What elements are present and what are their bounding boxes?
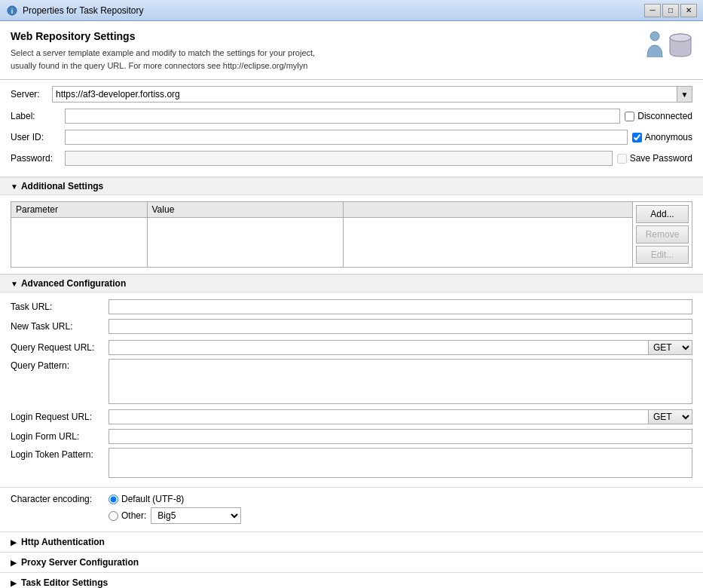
- query-request-combo: GET POST: [109, 340, 692, 355]
- params-table: Parameter Value: [11, 202, 633, 267]
- userid-label: User ID:: [11, 132, 65, 142]
- login-form-url-label: Login Form URL:: [11, 431, 109, 442]
- remove-button[interactable]: Remove: [636, 225, 689, 243]
- col-extra-header: [343, 202, 633, 218]
- password-input[interactable]: [65, 151, 613, 166]
- disconnected-checkbox-label[interactable]: Disconnected: [625, 111, 692, 121]
- server-label: Server:: [11, 89, 52, 100]
- edit-button[interactable]: Edit...: [636, 246, 689, 264]
- http-auth-section: ▶ Http Authentication: [0, 532, 703, 553]
- query-pattern-label: Query Pattern:: [11, 359, 109, 371]
- label-field-label: Label:: [11, 111, 65, 121]
- query-request-method-select[interactable]: GET POST: [648, 340, 692, 355]
- password-row: Password: Save Password: [11, 149, 692, 167]
- login-token-pattern-row: Login Token Pattern:: [11, 448, 692, 478]
- server-dropdown-arrow[interactable]: ▼: [677, 87, 692, 102]
- encoding-section: Character encoding: Default (UTF-8) Othe…: [0, 488, 703, 532]
- header-text: Web Repository Settings Select a server …: [11, 30, 315, 72]
- login-request-combo: GET POST: [109, 409, 692, 424]
- query-pattern-row: Query Pattern:: [11, 359, 692, 404]
- proxy-server-arrow: ▶: [11, 559, 17, 567]
- new-task-url-label: New Task URL:: [11, 321, 109, 332]
- server-value: https://af3-developer.fortiss.org: [56, 89, 180, 100]
- other-encoding-label[interactable]: Other:: [109, 510, 146, 521]
- login-token-pattern-label: Login Token Pattern:: [11, 448, 109, 460]
- default-encoding-label[interactable]: Default (UTF-8): [109, 494, 184, 504]
- task-url-label: Task URL:: [11, 302, 109, 312]
- userid-row: User ID: Anonymous: [11, 128, 692, 146]
- table-row: [11, 218, 633, 268]
- close-button[interactable]: ✕: [680, 4, 697, 17]
- proxy-server-section: ▶ Proxy Server Configuration: [0, 553, 703, 573]
- other-encoding-select[interactable]: Big5: [151, 507, 241, 524]
- svg-point-4: [670, 34, 691, 41]
- additional-settings-arrow: ▼: [11, 182, 18, 191]
- userid-input[interactable]: [65, 130, 628, 145]
- password-label: Password:: [11, 153, 65, 164]
- person-icon: [644, 30, 665, 60]
- table-action-buttons: Add... Remove Edit...: [633, 202, 692, 267]
- login-request-url-input[interactable]: [109, 409, 648, 424]
- advanced-config-header[interactable]: ▼ Advanced Configuration: [0, 274, 703, 292]
- header-section: Web Repository Settings Select a server …: [0, 21, 703, 80]
- label-row: Label: Disconnected: [11, 107, 692, 125]
- query-pattern-textarea[interactable]: [109, 359, 692, 404]
- server-combo[interactable]: https://af3-developer.fortiss.org ▼: [52, 86, 692, 103]
- svg-point-2: [650, 32, 659, 41]
- header-icon-area: [644, 30, 692, 60]
- server-row: Server: https://af3-developer.fortiss.or…: [11, 86, 692, 103]
- svg-text:i: i: [11, 8, 14, 15]
- header-desc-line1: Select a server template example and mod…: [11, 47, 315, 60]
- anonymous-checkbox-label[interactable]: Anonymous: [632, 132, 692, 142]
- login-form-url-input[interactable]: [109, 429, 692, 444]
- login-request-url-label: Login Request URL:: [11, 412, 109, 422]
- new-task-url-input[interactable]: [109, 319, 692, 334]
- http-auth-label: Http Authentication: [21, 537, 105, 547]
- proxy-server-label: Proxy Server Configuration: [21, 557, 139, 568]
- save-password-checkbox-label[interactable]: Save Password: [617, 153, 692, 164]
- default-encoding-row: Character encoding: Default (UTF-8): [11, 494, 692, 504]
- http-auth-header[interactable]: ▶ Http Authentication: [0, 532, 703, 552]
- query-request-url-input[interactable]: [109, 340, 648, 355]
- label-input[interactable]: [65, 109, 620, 124]
- login-request-method-select[interactable]: GET POST: [648, 409, 692, 424]
- new-task-url-row: New Task URL:: [11, 318, 692, 335]
- http-auth-arrow: ▶: [11, 538, 17, 547]
- task-editor-section: ▶ Task Editor Settings: [0, 573, 703, 588]
- params-table-container: Parameter Value Add... Remove Edit...: [11, 201, 692, 268]
- task-editor-label: Task Editor Settings: [21, 577, 108, 588]
- login-token-pattern-textarea[interactable]: [109, 448, 692, 478]
- col-param-header: Parameter: [11, 202, 147, 218]
- other-encoding-radio[interactable]: [109, 511, 118, 521]
- window-icon: i: [6, 5, 18, 17]
- query-request-url-row: Query Request URL: GET POST: [11, 339, 692, 356]
- task-editor-header[interactable]: ▶ Task Editor Settings: [0, 573, 703, 588]
- add-button[interactable]: Add...: [636, 205, 689, 223]
- maximize-button[interactable]: □: [662, 4, 679, 17]
- window-title: Properties for Task Repository: [23, 5, 644, 16]
- main-content: Web Repository Settings Select a server …: [0, 21, 703, 588]
- anonymous-checkbox[interactable]: [632, 133, 642, 142]
- advanced-config-content: Task URL: New Task URL: Query Request UR…: [0, 292, 703, 488]
- database-icon: [668, 30, 692, 60]
- task-url-row: Task URL:: [11, 299, 692, 315]
- login-request-url-row: Login Request URL: GET POST: [11, 409, 692, 425]
- col-value-header: Value: [147, 202, 343, 218]
- task-url-input[interactable]: [109, 299, 692, 314]
- default-encoding-radio[interactable]: [109, 495, 118, 504]
- header-title: Web Repository Settings: [11, 30, 315, 42]
- proxy-server-header[interactable]: ▶ Proxy Server Configuration: [0, 553, 703, 572]
- minimize-button[interactable]: ─: [644, 4, 661, 17]
- login-form-url-row: Login Form URL:: [11, 428, 692, 445]
- title-bar: i Properties for Task Repository ─ □ ✕: [0, 0, 703, 21]
- query-request-url-label: Query Request URL:: [11, 342, 109, 353]
- window-controls: ─ □ ✕: [644, 4, 697, 17]
- additional-settings-header[interactable]: ▼ Additional Settings: [0, 177, 703, 195]
- additional-settings-content: Parameter Value Add... Remove Edit...: [0, 195, 703, 274]
- header-desc-line2: usually found in the query URL. For more…: [11, 60, 315, 72]
- other-encoding-row: Other: Big5: [109, 507, 692, 524]
- save-password-checkbox[interactable]: [617, 154, 627, 164]
- disconnected-checkbox[interactable]: [625, 112, 634, 121]
- task-editor-arrow: ▶: [11, 579, 17, 587]
- encoding-label: Character encoding:: [11, 494, 109, 504]
